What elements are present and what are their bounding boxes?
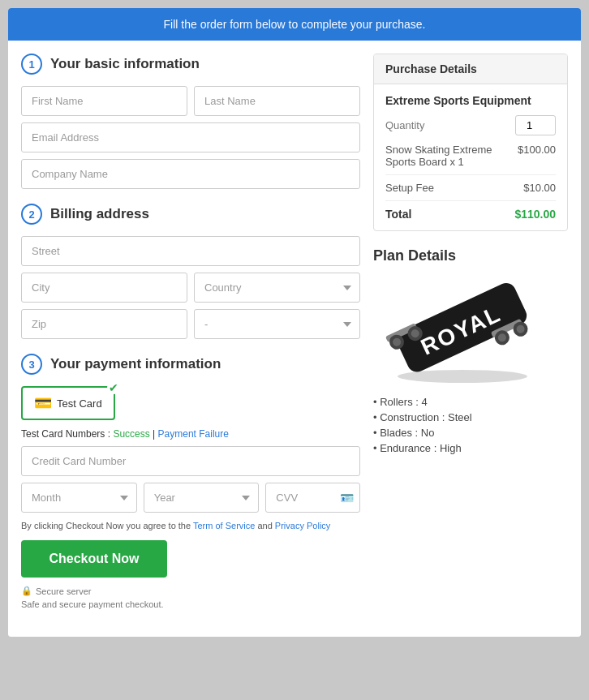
billing-section: 2 Billing address Country - [21, 204, 360, 339]
credit-card-input[interactable] [21, 446, 360, 476]
plan-bullet-item: Rollers : 4 [373, 396, 568, 408]
test-card-separator: | [150, 428, 158, 440]
month-select[interactable]: Month [21, 483, 137, 513]
left-column: 1 Your basic information 2 Billi [21, 54, 373, 624]
test-card-failure-link[interactable]: Payment Failure [158, 428, 229, 440]
zip-input[interactable] [21, 309, 187, 339]
test-card-text: Test Card Numbers : Success | Payment Fa… [21, 428, 360, 440]
plan-details: Plan Details ROYAL [373, 247, 568, 454]
plan-bullet-item: Blades : No [373, 427, 568, 439]
secure-server-text: 🔒 Secure server [21, 586, 360, 596]
terms-text: By clicking Checkout Now you agree to th… [21, 521, 360, 530]
plan-bullet-item: Construction : Steel [373, 411, 568, 423]
terms-prefix: By clicking Checkout Now you agree to th… [21, 521, 193, 530]
section-number-3: 3 [21, 354, 42, 375]
checkout-button-label: Checkout Now [49, 552, 139, 565]
lock-icon: 🔒 [21, 586, 32, 596]
secure-label: Secure server [36, 586, 91, 596]
company-row [21, 159, 360, 189]
setup-fee-price: $10.00 [523, 182, 556, 194]
top-banner: Fill the order form below to complete yo… [8, 8, 581, 41]
card-label: Test Card [57, 397, 102, 410]
terms-of-service-link[interactable]: Term of Service [193, 521, 255, 530]
card-icon: 💳 [34, 394, 52, 412]
basic-info-section: 1 Your basic information [21, 54, 360, 189]
billing-header: 2 Billing address [21, 204, 360, 225]
purchase-details-body: Extreme Sports Equipment Quantity Snow S… [374, 84, 567, 230]
secure-desc: Safe and secure payment checkout. [21, 599, 360, 609]
state-select[interactable]: - [194, 309, 360, 339]
plan-bullet-item: Endurance : High [373, 442, 568, 454]
billing-title: Billing address [50, 206, 149, 222]
purchase-details-box: Purchase Details Extreme Sports Equipmen… [373, 54, 568, 231]
skateboard-svg: ROYAL [373, 273, 552, 386]
payment-header: 3 Your payment information [21, 354, 360, 375]
setup-fee-label: Setup Fee [385, 182, 523, 194]
city-country-row: Country [21, 273, 360, 303]
plan-details-title: Plan Details [373, 247, 568, 264]
name-row [21, 86, 360, 116]
purchase-details-header: Purchase Details [374, 54, 567, 84]
section-number-1: 1 [21, 54, 42, 75]
year-select[interactable]: Year [144, 483, 260, 513]
test-card-prefix: Test Card Numbers : [21, 428, 113, 440]
product-name: Extreme Sports Equipment [385, 94, 556, 107]
cvv-card-icon: 🪪 [340, 492, 354, 505]
item-label: Snow Skating Extreme Sports Board x 1 [385, 144, 518, 168]
card-option[interactable]: 💳 Test Card ✔ [21, 386, 115, 420]
email-input[interactable] [21, 122, 360, 152]
section-number-2: 2 [21, 204, 42, 225]
basic-info-title: Your basic information [50, 56, 200, 72]
quantity-label: Quantity [385, 119, 424, 131]
total-label: Total [385, 208, 411, 221]
credit-card-row [21, 446, 360, 476]
street-row [21, 236, 360, 266]
total-row: Total $110.00 [385, 208, 556, 221]
quantity-row: Quantity [385, 115, 556, 135]
test-card-success-link[interactable]: Success [113, 428, 149, 440]
check-badge-icon: ✔ [107, 381, 120, 394]
main-content: 1 Your basic information 2 Billi [8, 41, 581, 637]
basic-info-header: 1 Your basic information [21, 54, 360, 75]
checkout-button[interactable]: Checkout Now [21, 540, 167, 578]
setup-fee-row: Setup Fee $10.00 [385, 182, 556, 201]
skateboard-image: ROYAL [373, 273, 552, 386]
banner-text: Fill the order form below to complete yo… [164, 18, 426, 31]
item-line: Snow Skating Extreme Sports Board x 1 $1… [385, 144, 556, 175]
plan-bullets-list: Rollers : 4Construction : SteelBlades : … [373, 396, 568, 454]
right-column: Purchase Details Extreme Sports Equipmen… [373, 54, 568, 624]
terms-middle: and [255, 521, 274, 530]
cvv-wrapper: 🪪 [265, 483, 360, 513]
item-price: $100.00 [518, 144, 556, 156]
privacy-policy-link[interactable]: Privacy Policy [275, 521, 330, 530]
street-input[interactable] [21, 236, 360, 266]
total-price: $110.00 [514, 208, 556, 221]
first-name-input[interactable] [21, 86, 187, 116]
city-input[interactable] [21, 273, 187, 303]
page-wrapper: Fill the order form below to complete yo… [8, 8, 581, 637]
zip-state-row: - [21, 309, 360, 339]
quantity-input[interactable] [515, 115, 556, 135]
country-select[interactable]: Country [194, 273, 360, 303]
cvv-row: Month Year 🪪 [21, 483, 360, 513]
email-row [21, 122, 360, 152]
last-name-input[interactable] [194, 86, 360, 116]
payment-section: 3 Your payment information 💳 Test Card ✔… [21, 354, 360, 609]
company-input[interactable] [21, 159, 360, 189]
payment-title: Your payment information [50, 356, 221, 372]
